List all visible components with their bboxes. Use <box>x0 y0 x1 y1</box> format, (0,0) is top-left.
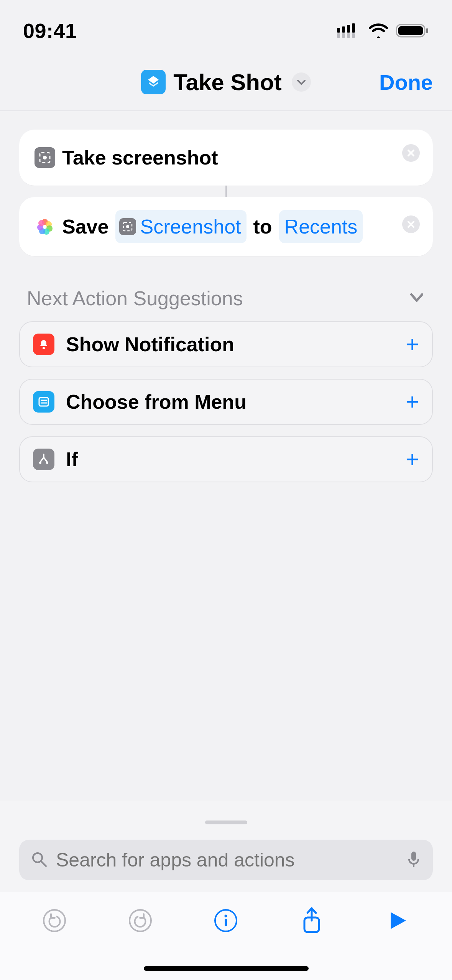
svg-point-32 <box>44 910 65 931</box>
add-suggestion-button[interactable]: + <box>406 448 419 471</box>
svg-rect-5 <box>347 25 350 33</box>
branch-icon <box>33 449 54 470</box>
svg-point-12 <box>43 156 47 159</box>
svg-rect-36 <box>225 919 227 926</box>
svg-rect-9 <box>398 26 423 35</box>
share-button[interactable] <box>298 907 325 934</box>
status-right <box>337 23 429 38</box>
editor-canvas: Take screenshot Save <box>0 111 452 482</box>
svg-point-33 <box>130 910 151 931</box>
shortcut-app-icon <box>141 70 166 94</box>
status-time: 09:41 <box>23 19 77 43</box>
svg-point-27 <box>46 462 48 464</box>
svg-rect-23 <box>39 398 48 406</box>
svg-rect-10 <box>426 28 428 33</box>
search-field[interactable] <box>19 840 433 880</box>
redo-button[interactable] <box>127 907 154 934</box>
action-card-save-to-photos[interactable]: Save Screenshot to Recents <box>19 197 433 256</box>
chevron-down-icon <box>408 289 425 307</box>
delete-action-button[interactable] <box>402 144 420 162</box>
svg-rect-7 <box>352 33 355 38</box>
drag-handle[interactable] <box>205 821 247 824</box>
shortcut-title: Take Shot <box>173 69 281 95</box>
screenshot-icon <box>119 218 136 235</box>
action-preposition: to <box>253 212 272 242</box>
menu-icon <box>33 391 54 413</box>
info-button[interactable] <box>212 907 239 934</box>
svg-point-21 <box>126 225 129 228</box>
suggestion-label: If <box>66 448 394 471</box>
battery-icon <box>396 23 429 38</box>
svg-rect-0 <box>337 33 340 38</box>
suggestion-label: Choose from Menu <box>66 390 394 413</box>
variable-label: Screenshot <box>140 212 241 242</box>
search-panel <box>0 801 452 892</box>
notification-icon <box>33 334 54 355</box>
suggestion-choose-from-menu[interactable]: Choose from Menu + <box>19 379 433 425</box>
suggestions-title: Next Action Suggestions <box>27 287 243 310</box>
svg-line-29 <box>41 862 46 866</box>
chevron-down-icon[interactable] <box>292 72 311 92</box>
add-suggestion-button[interactable]: + <box>406 333 419 356</box>
cellular-icon <box>337 23 361 38</box>
shortcut-title-button[interactable]: Take Shot <box>141 69 311 95</box>
action-title: Take screenshot <box>62 143 218 173</box>
svg-point-35 <box>225 915 227 918</box>
suggestion-label: Show Notification <box>66 333 394 356</box>
suggestion-if[interactable]: If + <box>19 436 433 482</box>
search-input[interactable] <box>56 849 398 871</box>
screenshot-icon <box>35 147 55 168</box>
status-bar: 09:41 <box>0 0 452 54</box>
home-indicator[interactable] <box>144 966 309 971</box>
run-button[interactable] <box>384 907 411 934</box>
action-verb: Save <box>62 212 108 242</box>
navigation-bar: Take Shot Done <box>0 54 452 111</box>
svg-rect-3 <box>337 28 340 33</box>
suggestion-show-notification[interactable]: Show Notification + <box>19 321 433 367</box>
svg-rect-4 <box>342 26 345 33</box>
svg-rect-30 <box>411 852 416 861</box>
svg-point-19 <box>38 220 44 226</box>
search-icon <box>31 851 48 869</box>
undo-button[interactable] <box>41 907 68 934</box>
photos-app-icon <box>35 216 55 237</box>
svg-rect-6 <box>352 23 355 33</box>
svg-point-28 <box>33 853 42 862</box>
wifi-icon <box>368 23 388 38</box>
delete-action-button[interactable] <box>402 215 420 233</box>
action-card-take-screenshot[interactable]: Take screenshot <box>19 130 433 186</box>
variable-token-screenshot[interactable]: Screenshot <box>115 210 246 243</box>
done-button[interactable]: Done <box>379 70 433 95</box>
svg-rect-2 <box>347 33 350 38</box>
svg-rect-1 <box>342 33 345 38</box>
album-token-recents[interactable]: Recents <box>279 210 363 243</box>
svg-point-22 <box>43 347 45 349</box>
album-label: Recents <box>284 212 358 242</box>
microphone-icon[interactable] <box>406 850 421 870</box>
svg-point-26 <box>39 462 41 464</box>
action-connector <box>225 186 227 197</box>
suggestions-header[interactable]: Next Action Suggestions <box>19 256 433 321</box>
add-suggestion-button[interactable]: + <box>406 390 419 413</box>
